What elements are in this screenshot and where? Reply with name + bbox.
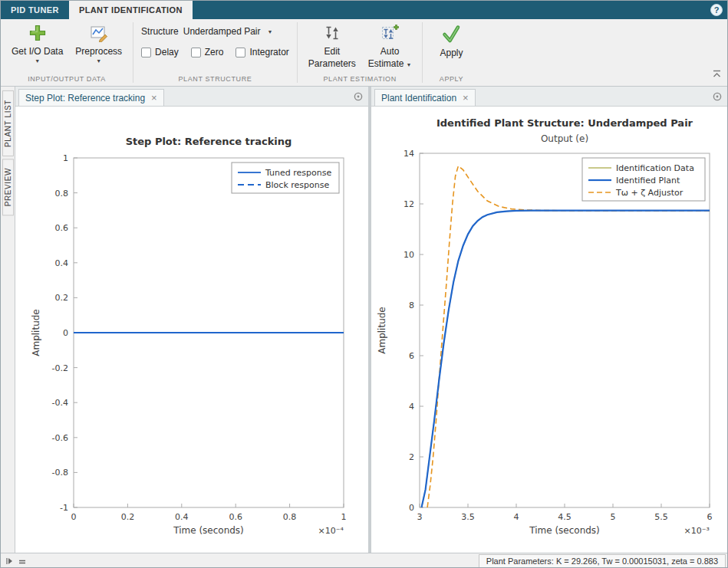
toolstrip-tabbar: PID TUNER PLANT IDENTIFICATION ?: [1, 1, 727, 19]
svg-text:12: 12: [404, 199, 414, 209]
section-label-structure: PLANT STRUCTURE: [138, 75, 292, 86]
toolbar-group-io: Get I/O Data ▼ Preprocess ▼ INPUT/OUT: [1, 19, 133, 86]
section-label-apply: APPLY: [427, 75, 475, 86]
preprocess-label: Preprocess: [75, 46, 122, 57]
chevron-down-icon: ▼: [267, 29, 272, 34]
svg-text:0.2: 0.2: [121, 512, 135, 522]
toolbar: Get I/O Data ▼ Preprocess ▼ INPUT/OUT: [1, 19, 727, 87]
step-plot-doc-tab[interactable]: Step Plot: Reference tracking ×: [18, 89, 164, 106]
svg-text:Identified Plant Structure: Un: Identified Plant Structure: Underdamped …: [436, 117, 693, 129]
svg-text:×10⁻⁴: ×10⁻⁴: [318, 526, 344, 536]
svg-text:14: 14: [404, 149, 414, 159]
svg-text:0: 0: [409, 503, 414, 513]
svg-text:2: 2: [409, 452, 414, 462]
section-label-io: INPUT/OUTPUT DATA: [5, 75, 128, 86]
expand-panel-icon[interactable]: [5, 554, 13, 568]
step-plot-tabbar: Step Plot: Reference tracking ×: [15, 87, 368, 107]
svg-text:0.6: 0.6: [229, 512, 242, 522]
collapse-toolstrip-icon[interactable]: [712, 67, 722, 81]
preprocess-button[interactable]: Preprocess ▼: [69, 19, 128, 65]
get-io-data-button[interactable]: Get I/O Data ▼: [5, 19, 69, 65]
step-plot-chart: 00.20.40.60.81-1-0.8-0.6-0.4-0.200.20.40…: [15, 107, 368, 553]
svg-text:1: 1: [341, 512, 347, 522]
svg-text:3: 3: [417, 512, 423, 522]
toolbar-group-estimation: Edit Parameters: [298, 19, 423, 86]
integrator-checkbox-label: Integrator: [249, 47, 288, 57]
svg-text:Identified Plant: Identified Plant: [616, 176, 680, 186]
plant-identification-chart: 33.544.555.5602468101214Identified Plant…: [371, 107, 727, 553]
chevron-down-icon: ▼: [96, 58, 101, 64]
svg-text:4: 4: [514, 512, 519, 522]
apply-check-icon: [441, 24, 461, 46]
toolbar-group-apply: Apply APPLY: [423, 19, 479, 86]
step-plot-doc-tab-label: Step Plot: Reference tracking: [25, 93, 145, 103]
plant-identification-doc-tab[interactable]: Plant Identification ×: [374, 89, 476, 106]
svg-text:-0.2: -0.2: [52, 363, 68, 373]
sidebar-tab-preview[interactable]: PREVIEW: [2, 159, 14, 215]
apply-button[interactable]: Apply: [427, 19, 475, 60]
tab-pid-tuner[interactable]: PID TUNER: [1, 1, 69, 19]
close-icon[interactable]: ×: [463, 94, 469, 102]
sidebar-tab-plant-list[interactable]: PLANT LIST: [2, 90, 14, 156]
svg-text:0: 0: [71, 512, 77, 522]
svg-text:Amplitude: Amplitude: [31, 309, 41, 356]
svg-text:10: 10: [404, 250, 414, 260]
apply-label: Apply: [440, 48, 463, 58]
svg-text:-0.6: -0.6: [52, 433, 68, 443]
svg-text:Block response: Block response: [265, 180, 329, 190]
svg-text:0.2: 0.2: [55, 293, 69, 303]
step-plot-panel: Step Plot: Reference tracking × 00.20.40…: [15, 87, 368, 553]
svg-text:Tω + ζ Adjustor: Tω + ζ Adjustor: [615, 188, 684, 198]
svg-text:Tuned response: Tuned response: [265, 168, 331, 178]
svg-text:0.8: 0.8: [283, 512, 297, 522]
left-rail: PLANT LIST PREVIEW: [1, 87, 15, 553]
chevron-down-icon: ▼: [35, 58, 40, 64]
help-wrap: ?: [710, 1, 727, 19]
structure-dropdown[interactable]: Underdamped Pair: [183, 26, 261, 37]
auto-estimate-button[interactable]: Auto Estimate▼: [362, 19, 418, 72]
svg-text:8: 8: [409, 300, 414, 310]
chevron-down-icon: ▼: [407, 62, 412, 67]
svg-text:Amplitude: Amplitude: [377, 307, 387, 354]
zero-checkbox[interactable]: [191, 48, 201, 57]
svg-text:Time (seconds): Time (seconds): [173, 525, 244, 536]
status-bar: Plant Parameters: K = 29.266, Tw = 0.000…: [1, 553, 727, 568]
plant-identification-panel: Plant Identification × 33.544.555.560246…: [371, 87, 727, 553]
edit-parameters-label-1: Edit: [324, 46, 340, 57]
tab-plant-identification[interactable]: PLANT IDENTIFICATION: [69, 1, 193, 19]
splitter-handle-icon[interactable]: [18, 554, 26, 568]
plant-parameters-status: Plant Parameters: K = 29.266, Tw = 0.000…: [479, 554, 726, 568]
svg-text:5.5: 5.5: [654, 512, 668, 522]
panel-actions-icon[interactable]: [354, 92, 363, 101]
edit-parameters-label-2: Parameters: [308, 58, 356, 69]
panel-actions-icon[interactable]: [713, 92, 722, 101]
help-icon[interactable]: ?: [710, 4, 723, 16]
svg-text:Time (seconds): Time (seconds): [529, 525, 600, 536]
structure-label: Structure: [141, 26, 179, 37]
zero-checkbox-label: Zero: [205, 47, 224, 57]
close-icon[interactable]: ×: [151, 94, 157, 102]
edit-parameters-icon: [323, 24, 341, 44]
svg-text:6: 6: [707, 512, 713, 522]
svg-text:0.8: 0.8: [55, 189, 69, 199]
auto-estimate-icon: [380, 24, 399, 44]
svg-text:-1: -1: [60, 503, 68, 513]
svg-text:1: 1: [63, 153, 68, 163]
preprocess-icon: [90, 24, 108, 44]
edit-parameters-button[interactable]: Edit Parameters: [302, 19, 362, 71]
svg-text:0: 0: [63, 328, 68, 338]
toolbar-group-structure: Structure Underdamped Pair ▼ Delay Zero …: [133, 19, 297, 86]
svg-text:4.5: 4.5: [558, 512, 572, 522]
integrator-checkbox[interactable]: [236, 48, 245, 57]
delay-checkbox[interactable]: [141, 48, 151, 57]
svg-text:6: 6: [409, 351, 414, 361]
svg-text:-0.8: -0.8: [52, 468, 68, 478]
svg-text:×10⁻³: ×10⁻³: [684, 526, 710, 536]
main-area: PLANT LIST PREVIEW Step Plot: Reference …: [1, 87, 727, 553]
section-label-estimation: PLANT ESTIMATION: [302, 75, 418, 86]
svg-text:Step Plot: Reference tracking: Step Plot: Reference tracking: [126, 136, 292, 147]
svg-text:Identification Data: Identification Data: [616, 163, 694, 173]
svg-text:0.4: 0.4: [175, 512, 189, 522]
delay-checkbox-label: Delay: [155, 47, 179, 57]
pid-tuner-app: PID TUNER PLANT IDENTIFICATION ? Get I/O…: [0, 0, 728, 568]
